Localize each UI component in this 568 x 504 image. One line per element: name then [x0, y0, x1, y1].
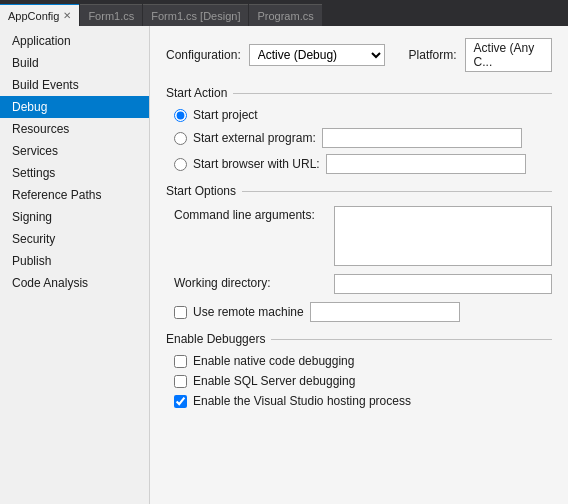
remote-machine-row: Use remote machine	[174, 302, 552, 322]
working-dir-label: Working directory:	[174, 274, 334, 290]
sidebar-item-build[interactable]: Build	[0, 52, 149, 74]
radio-start-browser-label: Start browser with URL:	[193, 157, 320, 171]
platform-value: Active (Any C...	[465, 38, 552, 72]
enable-sql-checkbox[interactable]	[174, 375, 187, 388]
radio-start-project[interactable]	[174, 109, 187, 122]
native-debug-row: Enable native code debugging	[174, 354, 552, 368]
hosting-process-row: Enable the Visual Studio hosting process	[174, 394, 552, 408]
use-remote-machine-label: Use remote machine	[193, 305, 304, 319]
radio-start-project-label: Start project	[193, 108, 258, 122]
tab-programcs-label: Program.cs	[257, 10, 313, 22]
enable-hosting-checkbox[interactable]	[174, 395, 187, 408]
config-row: Configuration: Active (Debug) Platform: …	[166, 38, 552, 72]
use-remote-machine-checkbox[interactable]	[174, 306, 187, 319]
tab-form1design-label: Form1.cs [Design]	[151, 10, 240, 22]
radio-start-external-row: Start external program:	[174, 128, 552, 148]
start-action-line	[233, 93, 552, 94]
start-action-title: Start Action	[166, 86, 227, 100]
cmd-args-label: Command line arguments:	[174, 206, 334, 222]
sidebar-item-publish[interactable]: Publish	[0, 250, 149, 272]
tab-appconfig[interactable]: AppConfig ✕	[0, 4, 79, 26]
radio-start-browser[interactable]	[174, 158, 187, 171]
sidebar-item-reference-paths[interactable]: Reference Paths	[0, 184, 149, 206]
start-browser-input[interactable]	[326, 154, 526, 174]
main-layout: Application Build Build Events Debug Res…	[0, 26, 568, 504]
start-external-input[interactable]	[322, 128, 522, 148]
cmd-args-row: Command line arguments:	[174, 206, 552, 266]
enable-hosting-label: Enable the Visual Studio hosting process	[193, 394, 411, 408]
radio-start-project-row: Start project	[174, 108, 552, 122]
enable-native-label: Enable native code debugging	[193, 354, 354, 368]
tab-appconfig-label: AppConfig	[8, 10, 59, 22]
sidebar-item-services[interactable]: Services	[0, 140, 149, 162]
enable-native-checkbox[interactable]	[174, 355, 187, 368]
tab-form1design[interactable]: Form1.cs [Design]	[143, 4, 248, 26]
enable-debuggers-line	[271, 339, 552, 340]
sidebar-item-resources[interactable]: Resources	[0, 118, 149, 140]
working-dir-row: Working directory:	[174, 274, 552, 294]
sidebar-item-settings[interactable]: Settings	[0, 162, 149, 184]
working-dir-input[interactable]	[334, 274, 552, 294]
close-icon[interactable]: ✕	[63, 11, 71, 21]
start-options-title: Start Options	[166, 184, 236, 198]
radio-start-browser-row: Start browser with URL:	[174, 154, 552, 174]
start-options-line	[242, 191, 552, 192]
sidebar-item-build-events[interactable]: Build Events	[0, 74, 149, 96]
configuration-select[interactable]: Active (Debug)	[249, 44, 385, 66]
sidebar-item-application[interactable]: Application	[0, 30, 149, 52]
tab-programcs[interactable]: Program.cs	[249, 4, 321, 26]
content-area: Configuration: Active (Debug) Platform: …	[150, 26, 568, 504]
sidebar-item-code-analysis[interactable]: Code Analysis	[0, 272, 149, 294]
tab-bar: AppConfig ✕ Form1.cs Form1.cs [Design] P…	[0, 0, 568, 26]
configuration-label: Configuration:	[166, 48, 241, 62]
enable-debuggers-header: Enable Debuggers	[166, 332, 552, 346]
sidebar-item-debug[interactable]: Debug	[0, 96, 149, 118]
tab-form1cs[interactable]: Form1.cs	[80, 4, 142, 26]
remote-machine-input[interactable]	[310, 302, 460, 322]
enable-sql-label: Enable SQL Server debugging	[193, 374, 355, 388]
cmd-args-input[interactable]	[334, 206, 552, 266]
sidebar: Application Build Build Events Debug Res…	[0, 26, 150, 504]
start-options-header: Start Options	[166, 184, 552, 198]
enable-debuggers-title: Enable Debuggers	[166, 332, 265, 346]
start-action-header: Start Action	[166, 86, 552, 100]
platform-label: Platform:	[409, 48, 457, 62]
tab-form1cs-label: Form1.cs	[88, 10, 134, 22]
sidebar-item-security[interactable]: Security	[0, 228, 149, 250]
radio-start-external[interactable]	[174, 132, 187, 145]
sidebar-item-signing[interactable]: Signing	[0, 206, 149, 228]
sql-debug-row: Enable SQL Server debugging	[174, 374, 552, 388]
radio-start-external-label: Start external program:	[193, 131, 316, 145]
